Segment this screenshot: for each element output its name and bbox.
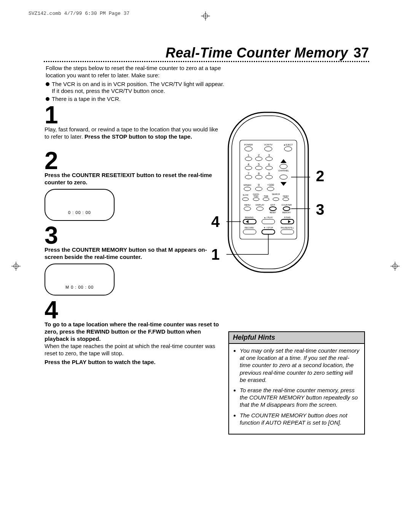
registration-mark-top bbox=[201, 11, 210, 21]
hint-item: To erase the real-time counter memory, p… bbox=[240, 387, 360, 409]
svg-text:VCR/TV: VCR/TV bbox=[264, 144, 272, 146]
svg-text:5: 5 bbox=[258, 163, 260, 166]
step-number: 1 bbox=[45, 104, 220, 126]
step-text-bold: Press the PLAY button to watch the tape. bbox=[45, 358, 220, 366]
bullet-item: The VCR is on and is in VCR position. Th… bbox=[46, 81, 225, 95]
step-text-bold: To go to a tape location where the real-… bbox=[45, 321, 220, 343]
svg-point-32 bbox=[266, 166, 272, 170]
callout-1: 1 bbox=[211, 246, 220, 263]
svg-point-35 bbox=[266, 175, 272, 179]
svg-text:8: 8 bbox=[258, 172, 260, 175]
svg-text:DISPLAY: DISPLAY bbox=[256, 204, 264, 206]
hints-body: You may only set the real-time counter m… bbox=[229, 344, 364, 434]
svg-point-17 bbox=[284, 147, 292, 151]
helpful-hints-box: Helpful Hints You may only set the real-… bbox=[228, 331, 365, 435]
svg-text:MEMORY: MEMORY bbox=[282, 211, 291, 214]
svg-point-65 bbox=[283, 207, 290, 211]
step-body: Press the COUNTER MEMORY button so that … bbox=[45, 246, 220, 260]
svg-point-55 bbox=[263, 198, 269, 201]
dotted-rule bbox=[44, 61, 369, 62]
bullet-icon bbox=[46, 97, 49, 101]
svg-text:4: 4 bbox=[248, 163, 250, 166]
bullet-text: There is a tape in the VCR. bbox=[52, 96, 121, 103]
svg-rect-71 bbox=[243, 219, 256, 224]
svg-point-33 bbox=[245, 175, 252, 179]
svg-text:1: 1 bbox=[248, 153, 250, 157]
svg-text:+100: +100 bbox=[267, 183, 274, 187]
svg-point-29 bbox=[266, 157, 272, 161]
bullet-item: There is a tape in the VCR. bbox=[46, 96, 225, 103]
svg-text:TIME: TIME bbox=[264, 195, 269, 197]
steps-column: 1 Play, fast forward, or rewind a tape t… bbox=[45, 102, 220, 366]
page: SVZ142.comb 4/7/99 6:30 PM Page 37 Real-… bbox=[0, 0, 411, 532]
step-body: Press the COUNTER RESET/EXIT button to r… bbox=[45, 171, 220, 186]
step-body: Play, fast forward, or rewind a tape to … bbox=[45, 126, 220, 140]
svg-point-64 bbox=[269, 207, 276, 211]
svg-rect-81 bbox=[281, 230, 294, 234]
svg-text:FIND: FIND bbox=[254, 195, 258, 197]
svg-point-56 bbox=[273, 198, 279, 201]
svg-point-57 bbox=[283, 198, 289, 201]
svg-text:0: 0 bbox=[258, 183, 260, 187]
svg-text:3: 3 bbox=[268, 153, 270, 157]
step-text: When the tape reaches the point at which… bbox=[45, 342, 220, 357]
svg-text:MENU: MENU bbox=[244, 204, 250, 206]
svg-text:REWIND: REWIND bbox=[245, 216, 253, 219]
svg-point-46 bbox=[267, 187, 274, 191]
svg-point-27 bbox=[245, 157, 252, 161]
svg-rect-80 bbox=[262, 230, 275, 234]
step-number: 3 bbox=[45, 225, 220, 247]
svg-text:7: 7 bbox=[248, 172, 250, 175]
svg-point-39 bbox=[280, 164, 287, 169]
page-title-block: Real-Time Counter Memory 37 bbox=[166, 45, 369, 61]
svg-text:CHANNEL: CHANNEL bbox=[278, 169, 289, 172]
svg-text:F.FWD: F.FWD bbox=[284, 216, 291, 219]
registration-mark-right bbox=[390, 262, 400, 271]
svg-text:▼ / STOP: ▼ / STOP bbox=[264, 227, 273, 229]
svg-text:RECORD: RECORD bbox=[245, 227, 254, 229]
bullet-icon bbox=[46, 82, 49, 86]
step-text-bold: Press the STOP button to stop the tape. bbox=[84, 133, 192, 140]
hint-item: The COUNTER MEMORY button does not funct… bbox=[240, 412, 360, 426]
svg-point-40 bbox=[280, 175, 287, 179]
svg-point-28 bbox=[255, 157, 262, 161]
svg-text:▲EJECT: ▲EJECT bbox=[284, 144, 293, 146]
intro-text: Follow the steps below to reset the real… bbox=[46, 65, 225, 103]
step-number: 4 bbox=[45, 299, 220, 321]
remote-illustration: POWERVCR/TV▲EJECT 123 456 789 CHANNEL bbox=[226, 110, 310, 274]
counter-display: 0 : 00 : 00 bbox=[45, 210, 114, 215]
bullet-text: The VCR is on and is in VCR position. Th… bbox=[52, 81, 225, 95]
counter-display: M 0 : 00 : 00 bbox=[45, 285, 114, 289]
svg-rect-73 bbox=[281, 219, 294, 224]
print-slug: SVZ142.comb 4/7/99 6:30 PM Page 37 bbox=[29, 11, 129, 16]
svg-point-63 bbox=[256, 207, 263, 211]
svg-text:COUNTER: COUNTER bbox=[281, 204, 292, 206]
svg-text:2: 2 bbox=[258, 153, 260, 157]
tv-screen-inset: M 0 : 00 : 00 bbox=[45, 264, 115, 296]
svg-point-62 bbox=[244, 207, 251, 211]
svg-text:EXIT: EXIT bbox=[271, 204, 276, 206]
svg-text:SPEED: SPEED bbox=[244, 184, 252, 186]
svg-point-44 bbox=[244, 187, 251, 191]
svg-text:INDEX: INDEX bbox=[283, 195, 289, 197]
remote-svg: POWERVCR/TV▲EJECT 123 456 789 CHANNEL bbox=[226, 110, 310, 274]
svg-point-54 bbox=[253, 198, 259, 201]
intro-lead: Follow the steps below to reset the real… bbox=[46, 65, 225, 79]
svg-text:▲ / PLAY: ▲ / PLAY bbox=[264, 216, 273, 219]
svg-text:POWER: POWER bbox=[244, 144, 253, 146]
step-number: 2 bbox=[45, 150, 220, 172]
svg-point-16 bbox=[264, 147, 272, 151]
svg-point-15 bbox=[245, 147, 252, 151]
svg-text:6: 6 bbox=[268, 163, 270, 166]
hints-title: Helpful Hints bbox=[229, 332, 364, 344]
page-number: 37 bbox=[354, 45, 369, 61]
page-title: Real-Time Counter Memory bbox=[166, 45, 348, 61]
svg-point-45 bbox=[255, 187, 262, 191]
step-body: To go to a tape location where the real-… bbox=[45, 321, 220, 366]
tv-screen-inset: 0 : 00 : 00 bbox=[45, 189, 115, 221]
svg-text:SLOW: SLOW bbox=[243, 194, 249, 196]
callout-3: 3 bbox=[316, 201, 324, 218]
intro-bullets: The VCR is on and is in VCR position. Th… bbox=[46, 81, 225, 103]
svg-rect-79 bbox=[243, 230, 256, 234]
callout-2: 2 bbox=[316, 168, 324, 185]
